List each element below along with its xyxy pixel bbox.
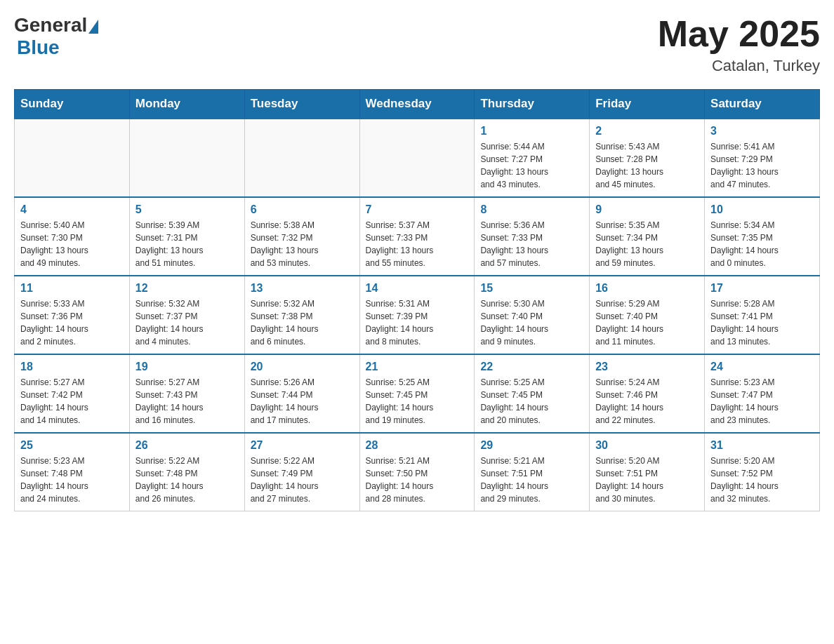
calendar-cell: 2Sunrise: 5:43 AM Sunset: 7:28 PM Daylig… <box>590 119 705 197</box>
calendar-cell: 9Sunrise: 5:35 AM Sunset: 7:34 PM Daylig… <box>590 197 705 276</box>
week-row-2: 4Sunrise: 5:40 AM Sunset: 7:30 PM Daylig… <box>15 197 820 276</box>
calendar-cell <box>129 119 244 197</box>
calendar-cell: 1Sunrise: 5:44 AM Sunset: 7:27 PM Daylig… <box>475 119 590 197</box>
calendar-cell: 5Sunrise: 5:39 AM Sunset: 7:31 PM Daylig… <box>129 197 244 276</box>
day-info: Sunrise: 5:38 AM Sunset: 7:32 PM Dayligh… <box>251 219 354 269</box>
day-info: Sunrise: 5:34 AM Sunset: 7:35 PM Dayligh… <box>710 219 814 269</box>
logo-general-text: General <box>14 14 87 36</box>
day-number: 4 <box>20 203 124 216</box>
calendar-cell: 28Sunrise: 5:21 AM Sunset: 7:50 PM Dayli… <box>359 433 475 511</box>
day-info: Sunrise: 5:31 AM Sunset: 7:39 PM Dayligh… <box>366 297 469 348</box>
day-info: Sunrise: 5:22 AM Sunset: 7:48 PM Dayligh… <box>135 455 239 505</box>
calendar-cell: 7Sunrise: 5:37 AM Sunset: 7:33 PM Daylig… <box>359 197 475 276</box>
calendar-table: SundayMondayTuesdayWednesdayThursdayFrid… <box>14 89 820 511</box>
day-number: 13 <box>251 282 354 295</box>
calendar-cell: 26Sunrise: 5:22 AM Sunset: 7:48 PM Dayli… <box>129 433 244 511</box>
day-number: 23 <box>595 361 699 373</box>
calendar-cell: 25Sunrise: 5:23 AM Sunset: 7:48 PM Dayli… <box>15 433 130 511</box>
day-info: Sunrise: 5:32 AM Sunset: 7:37 PM Dayligh… <box>135 297 239 348</box>
day-number: 31 <box>710 439 814 452</box>
day-info: Sunrise: 5:32 AM Sunset: 7:38 PM Dayligh… <box>251 297 354 348</box>
day-info: Sunrise: 5:36 AM Sunset: 7:33 PM Dayligh… <box>480 219 583 269</box>
calendar-cell <box>15 119 130 197</box>
day-info: Sunrise: 5:43 AM Sunset: 7:28 PM Dayligh… <box>595 140 699 191</box>
day-number: 10 <box>710 203 814 216</box>
location-subtitle: Catalan, Turkey <box>658 57 820 75</box>
week-row-5: 25Sunrise: 5:23 AM Sunset: 7:48 PM Dayli… <box>15 433 820 511</box>
calendar-cell: 31Sunrise: 5:20 AM Sunset: 7:52 PM Dayli… <box>705 433 820 511</box>
column-header-friday: Friday <box>590 90 705 119</box>
day-info: Sunrise: 5:26 AM Sunset: 7:44 PM Dayligh… <box>251 376 354 427</box>
day-number: 7 <box>366 203 469 216</box>
page-header: General Blue May 2025 Catalan, Turkey <box>14 14 820 75</box>
day-number: 16 <box>595 282 699 295</box>
title-area: May 2025 Catalan, Turkey <box>658 14 820 75</box>
day-number: 22 <box>480 361 583 373</box>
day-info: Sunrise: 5:23 AM Sunset: 7:47 PM Dayligh… <box>710 376 814 427</box>
day-number: 27 <box>251 439 354 452</box>
day-number: 6 <box>251 203 354 216</box>
day-info: Sunrise: 5:22 AM Sunset: 7:49 PM Dayligh… <box>251 455 354 505</box>
calendar-cell: 29Sunrise: 5:21 AM Sunset: 7:51 PM Dayli… <box>475 433 590 511</box>
day-info: Sunrise: 5:21 AM Sunset: 7:51 PM Dayligh… <box>480 455 583 505</box>
week-row-3: 11Sunrise: 5:33 AM Sunset: 7:36 PM Dayli… <box>15 276 820 354</box>
day-info: Sunrise: 5:25 AM Sunset: 7:45 PM Dayligh… <box>366 376 469 427</box>
column-header-monday: Monday <box>129 90 244 119</box>
calendar-cell: 15Sunrise: 5:30 AM Sunset: 7:40 PM Dayli… <box>475 276 590 354</box>
day-info: Sunrise: 5:20 AM Sunset: 7:51 PM Dayligh… <box>595 455 699 505</box>
day-info: Sunrise: 5:27 AM Sunset: 7:43 PM Dayligh… <box>135 376 239 427</box>
day-number: 18 <box>20 361 124 373</box>
calendar-cell: 16Sunrise: 5:29 AM Sunset: 7:40 PM Dayli… <box>590 276 705 354</box>
day-number: 5 <box>135 203 239 216</box>
day-info: Sunrise: 5:30 AM Sunset: 7:40 PM Dayligh… <box>480 297 583 348</box>
day-number: 2 <box>595 125 699 137</box>
logo-triangle-icon <box>88 20 98 34</box>
column-header-wednesday: Wednesday <box>359 90 475 119</box>
calendar-header-row: SundayMondayTuesdayWednesdayThursdayFrid… <box>15 90 820 119</box>
day-info: Sunrise: 5:25 AM Sunset: 7:45 PM Dayligh… <box>480 376 583 427</box>
calendar-cell <box>244 119 359 197</box>
logo: General Blue <box>14 14 100 59</box>
calendar-cell: 19Sunrise: 5:27 AM Sunset: 7:43 PM Dayli… <box>129 354 244 433</box>
day-info: Sunrise: 5:20 AM Sunset: 7:52 PM Dayligh… <box>710 455 814 505</box>
day-number: 8 <box>480 203 583 216</box>
day-number: 24 <box>710 361 814 373</box>
column-header-saturday: Saturday <box>705 90 820 119</box>
day-info: Sunrise: 5:35 AM Sunset: 7:34 PM Dayligh… <box>595 219 699 269</box>
calendar-cell: 18Sunrise: 5:27 AM Sunset: 7:42 PM Dayli… <box>15 354 130 433</box>
day-number: 29 <box>480 439 583 452</box>
day-info: Sunrise: 5:29 AM Sunset: 7:40 PM Dayligh… <box>595 297 699 348</box>
day-info: Sunrise: 5:21 AM Sunset: 7:50 PM Dayligh… <box>366 455 469 505</box>
column-header-thursday: Thursday <box>475 90 590 119</box>
day-info: Sunrise: 5:37 AM Sunset: 7:33 PM Dayligh… <box>366 219 469 269</box>
day-number: 28 <box>366 439 469 452</box>
day-info: Sunrise: 5:40 AM Sunset: 7:30 PM Dayligh… <box>20 219 124 269</box>
day-number: 3 <box>710 125 814 137</box>
day-number: 11 <box>20 282 124 295</box>
day-number: 21 <box>366 361 469 373</box>
day-number: 14 <box>366 282 469 295</box>
day-info: Sunrise: 5:41 AM Sunset: 7:29 PM Dayligh… <box>710 140 814 191</box>
calendar-cell: 12Sunrise: 5:32 AM Sunset: 7:37 PM Dayli… <box>129 276 244 354</box>
day-number: 20 <box>251 361 354 373</box>
day-number: 17 <box>710 282 814 295</box>
day-info: Sunrise: 5:24 AM Sunset: 7:46 PM Dayligh… <box>595 376 699 427</box>
month-year-title: May 2025 <box>658 14 820 54</box>
day-number: 12 <box>135 282 239 295</box>
logo-blue-text: Blue <box>17 36 60 58</box>
day-info: Sunrise: 5:23 AM Sunset: 7:48 PM Dayligh… <box>20 455 124 505</box>
week-row-1: 1Sunrise: 5:44 AM Sunset: 7:27 PM Daylig… <box>15 119 820 197</box>
calendar-cell: 11Sunrise: 5:33 AM Sunset: 7:36 PM Dayli… <box>15 276 130 354</box>
day-info: Sunrise: 5:27 AM Sunset: 7:42 PM Dayligh… <box>20 376 124 427</box>
calendar-cell: 13Sunrise: 5:32 AM Sunset: 7:38 PM Dayli… <box>244 276 359 354</box>
day-number: 9 <box>595 203 699 216</box>
calendar-cell: 8Sunrise: 5:36 AM Sunset: 7:33 PM Daylig… <box>475 197 590 276</box>
day-number: 15 <box>480 282 583 295</box>
calendar-cell: 6Sunrise: 5:38 AM Sunset: 7:32 PM Daylig… <box>244 197 359 276</box>
calendar-cell: 14Sunrise: 5:31 AM Sunset: 7:39 PM Dayli… <box>359 276 475 354</box>
calendar-cell: 3Sunrise: 5:41 AM Sunset: 7:29 PM Daylig… <box>705 119 820 197</box>
day-number: 1 <box>480 125 583 137</box>
calendar-cell: 27Sunrise: 5:22 AM Sunset: 7:49 PM Dayli… <box>244 433 359 511</box>
calendar-cell: 20Sunrise: 5:26 AM Sunset: 7:44 PM Dayli… <box>244 354 359 433</box>
day-info: Sunrise: 5:44 AM Sunset: 7:27 PM Dayligh… <box>480 140 583 191</box>
